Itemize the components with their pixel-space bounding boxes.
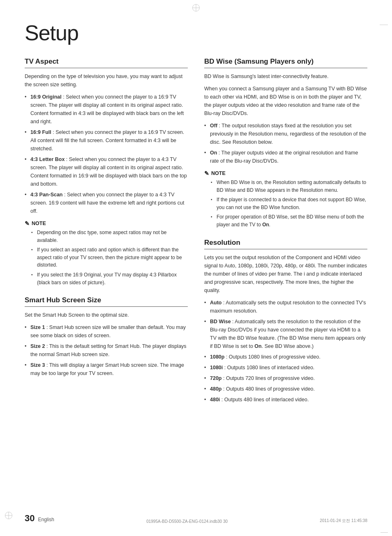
content-area: Setup TV Aspect Depending on the type of…: [0, 0, 392, 446]
list-item: If you select the 16:9 Original, your TV…: [31, 271, 188, 286]
page-title: Setup: [25, 21, 367, 45]
note-label: NOTE: [211, 170, 226, 176]
tv-aspect-heading: TV Aspect: [25, 58, 188, 68]
bullet-term: 480p: [210, 386, 222, 392]
smart-hub-bullets: Size 1 : Smart Hub screen size will be s…: [25, 323, 188, 377]
section-bd-wise: BD Wise (Samsung Players only) BD Wise i…: [204, 58, 367, 229]
note-heading: ✎ NOTE: [204, 170, 367, 177]
list-item: Size 1 : Smart Hub screen size will be s…: [25, 323, 188, 340]
list-item: Size 3 : This will display a larger Smar…: [25, 361, 188, 377]
list-item: 1080p : Outputs 1080 lines of progressiv…: [204, 353, 367, 361]
bd-wise-intro1: BD Wise is Samsung's latest inter-connec…: [204, 72, 367, 81]
list-item: 4:3 Letter Box : Select when you connect…: [25, 155, 188, 188]
registration-mark-bottom-left: [5, 512, 12, 520]
bullet-text: : Outputs 720 lines of progressive video…: [222, 375, 315, 381]
tv-aspect-note: ✎ NOTE Depending on the disc type, some …: [25, 220, 188, 286]
list-item: For proper operation of BD Wise, set the…: [211, 213, 367, 228]
bd-wise-bullets: Off : The output resolution stays fixed …: [204, 122, 367, 165]
bullet-text: : Select when you connect the player to …: [30, 129, 184, 152]
list-item: Auto : Automatically sets the output res…: [204, 299, 367, 315]
bullet-term: 720p: [210, 375, 222, 381]
section-resolution: Resolution Lets you set the output resol…: [204, 239, 367, 404]
section-tv-aspect: TV Aspect Depending on the type of telev…: [25, 58, 188, 286]
list-item: 480i : Outputs 480 lines of interlaced v…: [204, 396, 367, 404]
two-column-layout: TV Aspect Depending on the type of telev…: [25, 58, 367, 414]
page-number: 30: [25, 513, 35, 524]
on-text: On: [262, 222, 269, 228]
bullet-term: 16:9 Full: [30, 129, 51, 135]
bullet-text-end: . See BD Wise above.): [262, 343, 314, 349]
left-column: TV Aspect Depending on the type of telev…: [25, 58, 188, 414]
on-inline: On: [254, 343, 261, 349]
bullet-text: : Automatically sets the output resoluti…: [210, 300, 366, 314]
bullet-term: 4:3 Pan-Scan: [30, 192, 63, 198]
edge-marks-right: [380, 25, 388, 25]
registration-mark-bottom-right: [380, 532, 388, 533]
resolution-heading: Resolution: [204, 239, 367, 249]
bd-wise-intro2: When you connect a Samsung player and a …: [204, 85, 367, 117]
bullet-text: : Outputs 480 lines of interlaced video.: [220, 397, 309, 403]
bullet-term: Size 1: [30, 324, 45, 330]
bullet-text: : Outputs 1080 lines of progressive vide…: [224, 354, 320, 360]
right-column: BD Wise (Samsung Players only) BD Wise i…: [204, 58, 367, 414]
page-footer: 30 English 01995A-BD-D5500-ZA-ENG-0124.i…: [25, 513, 367, 524]
bd-wise-note: ✎ NOTE When BD Wise is on, the Resolutio…: [204, 170, 367, 229]
bullet-term: 1080i: [210, 365, 223, 370]
bullet-term: Off: [210, 123, 217, 129]
note-heading: ✎ NOTE: [25, 220, 188, 227]
note-list: When BD Wise is on, the Resolution setti…: [204, 179, 367, 229]
list-item: 720p : Outputs 720 lines of progressive …: [204, 374, 367, 382]
note-list: Depending on the disc type, some aspect …: [25, 229, 188, 286]
list-item: 480p : Outputs 480 lines of progressive …: [204, 385, 367, 393]
bullet-text: : Smart Hub screen size will be smaller …: [30, 324, 186, 338]
tv-aspect-bullets: 16:9 Original : Select when you connect …: [25, 93, 188, 215]
list-item: If the player is connected to a device t…: [211, 196, 367, 211]
bullet-text: : Outputs 1080 lines of interlaced video…: [223, 365, 314, 370]
tv-aspect-intro: Depending on the type of television you …: [25, 72, 188, 89]
page-number-area: 30 English: [25, 513, 54, 524]
registration-mark-top: [192, 4, 200, 13]
list-item: 1080i : Outputs 1080 lines of interlaced…: [204, 363, 367, 372]
note-icon: ✎: [204, 170, 209, 177]
list-item: Depending on the disc type, some aspect …: [31, 229, 188, 244]
list-item: On : The player outputs video at the ori…: [204, 149, 367, 165]
bullet-term: 480i: [210, 397, 220, 403]
bullet-term: 16:9 Original: [30, 94, 62, 100]
bullet-term: Auto: [210, 300, 221, 306]
list-item: When BD Wise is on, the Resolution setti…: [211, 179, 367, 194]
bullet-term: Size 2: [30, 343, 45, 349]
bullet-term: BD Wise: [210, 319, 231, 324]
bullet-text: : This will display a larger Smart Hub s…: [30, 362, 184, 376]
bullet-text: : The output resolution stays fixed at t…: [210, 123, 366, 145]
resolution-intro: Lets you set the output resolution of th…: [204, 253, 367, 294]
bullet-text: : This is the default setting for Smart …: [30, 343, 187, 357]
resolution-bullets: Auto : Automatically sets the output res…: [204, 299, 367, 404]
list-item: If you select an aspect ratio and option…: [31, 246, 188, 269]
bullet-term: 4:3 Letter Box: [30, 156, 65, 162]
footer-date: 2011-01-24 오전 11:45:38: [320, 518, 367, 524]
note-text: For proper operation of BD Wise, set the…: [217, 214, 364, 228]
list-item: 16:9 Original : Select when you connect …: [25, 93, 188, 126]
page: Setup TV Aspect Depending on the type of…: [0, 0, 392, 536]
section-smart-hub: Smart Hub Screen Size Set the Smart Hub …: [25, 296, 188, 377]
smart-hub-heading: Smart Hub Screen Size: [25, 296, 188, 307]
footer-file: 01995A-BD-D5500-ZA-ENG-0124.indb30 30: [146, 519, 228, 524]
list-item: 4:3 Pan-Scan : Select when you connect t…: [25, 191, 188, 215]
bullet-term: 1080p: [210, 354, 224, 360]
list-item: BD Wise : Automatically sets the resolut…: [204, 317, 367, 350]
bullet-text: : The player outputs video at the origin…: [210, 150, 358, 164]
list-item: Size 2 : This is the default setting for…: [25, 342, 188, 359]
list-item: Off : The output resolution stays fixed …: [204, 122, 367, 146]
smart-hub-intro: Set the Smart Hub Screen to the optimal …: [25, 311, 188, 319]
note-text-end: .: [269, 222, 270, 228]
list-item: 16:9 Full : Select when you connect the …: [25, 128, 188, 153]
bd-wise-heading: BD Wise (Samsung Players only): [204, 58, 367, 68]
page-language: English: [38, 517, 54, 522]
note-label: NOTE: [32, 221, 46, 226]
bullet-term: Size 3: [30, 362, 45, 368]
bullet-term: On: [210, 150, 217, 156]
bullet-text: : Outputs 480 lines of progressive video…: [222, 386, 315, 392]
note-icon: ✎: [25, 220, 30, 227]
